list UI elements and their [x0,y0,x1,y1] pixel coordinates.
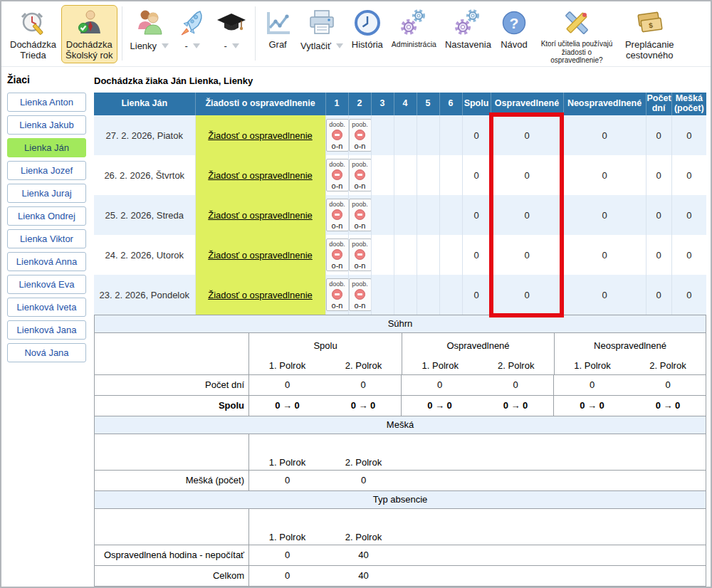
toolbar-plan-select[interactable]: - [174,5,211,54]
lesson-3-cell [371,155,394,195]
summary-row-ospravedlnena-hodina: Ospravedlnená hodina - nepočítať 0 40 [95,545,706,565]
summary-section: Súhrn Spolu 1. Polrok2. Polrok Ospravedl… [94,315,706,587]
lesson-3-cell [371,115,394,155]
sidebar-item-student[interactable]: Lienka Jakub [7,115,86,135]
sidebar-item-student-selected[interactable]: Lienka Ján [7,138,86,157]
lesson-3-cell [371,235,394,275]
summary-value: 0 → 0 [325,396,402,416]
toolbar-class-select[interactable]: Lienky [127,5,173,54]
meska-value: 0 [671,235,706,275]
lesson-6-cell [439,155,462,195]
summary-value: 0 [249,545,325,565]
morning-absence-box[interactable]: doob.o-n [326,238,349,272]
slot-label: doob. [327,121,348,128]
toolbar: Dochádzka Trieda Dochádzka Školský rok [1,1,711,67]
toolbar-vytlacit[interactable]: Vytlačiť [297,5,347,54]
toolbar-navod[interactable]: ? Návod [496,5,532,53]
afternoon-absence-box[interactable]: poob.o-n [349,238,372,272]
no-entry-icon [355,289,365,300]
no-entry-icon [332,289,342,300]
sidebar-item-student[interactable]: Lienková Iveta [7,298,86,317]
sidebar-heading: Žiaci [7,74,93,85]
group-header-rest [402,434,706,470]
lesson-2-cell: poob.o-n [348,235,371,275]
polrok-2-label: 2. Polrok [325,457,402,468]
morning-absence-box[interactable]: doob.o-n [326,119,349,152]
excuse-request-link[interactable]: Žiadosť o ospravedlnenie [208,130,313,141]
sidebar-item-student[interactable]: Lienková Eva [7,275,86,294]
afternoon-absence-box[interactable]: poob.o-n [349,159,372,192]
dropdown-arrow-icon[interactable] [162,43,169,48]
excuse-request-link[interactable]: Žiadosť o ospravedlnenie [208,170,313,181]
neospravedlnene-value: 0 [563,195,646,235]
morning-absence-box[interactable]: doob.o-n [326,278,349,312]
dropdown-arrow-icon[interactable] [336,43,343,48]
toolbar-label: Nastavenia [445,40,491,51]
empty-cell [554,566,630,586]
toolbar-preplacanie-cestovneho[interactable]: $ Preplácanie cestovného [622,5,678,63]
toolbar-label: Graf [268,40,286,51]
lesson-3-cell [371,275,394,315]
morning-absence-box[interactable]: doob.o-n [326,199,349,232]
afternoon-absence-box[interactable]: poob.o-n [349,119,372,152]
dropdown-arrow-icon[interactable] [232,43,239,48]
sidebar-item-student[interactable]: Lienka Juraj [7,184,86,203]
group-header-rest [402,509,706,545]
sidebar-item-student[interactable]: Lienka Ondrej [7,206,86,226]
main-content: Dochádzka žiaka Ján Lienka, Lienky Lienk… [94,73,706,587]
sidebar-item-student[interactable]: Nová Jana [7,343,86,362]
lesson-6-cell [439,115,462,155]
toolbar-ktori-ucitelia[interactable]: Ktorí učitelia používajú žiadosti o ospr… [533,5,620,67]
toolbar-graf[interactable]: Graf [260,5,295,53]
toolbar-label: História [352,40,383,51]
sidebar-item-student[interactable]: Lienka Viktor [7,229,86,248]
lesson-5-cell [417,115,439,155]
lesson-6-cell [439,235,462,275]
toolbar-separator [122,6,122,61]
sidebar-item-student[interactable]: Lienková Anna [7,252,86,271]
toolbar-teacher-select[interactable]: - [212,5,251,54]
lesson-1-cell: doob.o-n [325,275,348,315]
afternoon-absence-box[interactable]: poob.o-n [349,199,372,232]
meska-polrok-group: 1. Polrok2. Polrok [249,434,402,470]
excuse-request-link[interactable]: Žiadosť o ospravedlnenie [208,290,313,300]
slot-status: o-n [327,261,348,271]
lesson-5-cell [417,155,439,195]
lesson-1-cell: doob.o-n [325,195,348,235]
toolbar-nastavenia[interactable]: Nastavenia [441,5,495,53]
slot-status: o-n [350,142,371,151]
sidebar-item-student[interactable]: Lienka Anton [7,93,86,112]
page: Dochádzka Trieda Dochádzka Školský rok [0,0,712,588]
morning-absence-box[interactable]: doob.o-n [326,159,349,192]
summary-row-celkom: Celkom 0 40 [95,565,706,586]
excuse-request-link[interactable]: Žiadosť o ospravedlnenie [208,250,313,261]
summary-value: 0 → 0 [554,396,630,416]
toolbar-separator [255,6,256,61]
toolbar-dochadzka-trieda[interactable]: Dochádzka Trieda [6,5,60,63]
sidebar-item-student[interactable]: Lienková Jana [7,320,86,340]
empty-cell [402,566,478,586]
dropdown-arrow-icon[interactable] [193,43,200,48]
slot-label: doob. [327,201,348,208]
neospravedlnene-value: 0 [563,115,646,155]
no-entry-icon [355,130,365,140]
toolbar-historia[interactable]: História [348,5,387,53]
excuse-request-link[interactable]: Žiadosť o ospravedlnenie [208,210,313,221]
toolbar-dochadzka-skolsky-rok[interactable]: Dochádzka Školský rok [61,5,117,63]
ospravedlnene-value: 0 [491,195,563,235]
afternoon-absence-box[interactable]: poob.o-n [349,278,372,312]
summary-value: 0 [630,375,706,395]
slot-status: o-n [327,301,348,310]
summary-value: 0 [325,471,402,490]
lesson-4-cell [394,195,417,235]
no-entry-icon [332,169,342,180]
polrok-2-label: 2. Polrok [325,360,402,371]
lesson-1-cell: doob.o-n [325,155,348,195]
spolu-value: 0 [462,235,491,275]
history-clock-icon [353,7,382,38]
empty-cell [402,471,478,490]
toolbar-administracia[interactable]: Administrácia [388,5,440,51]
summary-row-meska-pocet: Mešká (počet) 0 0 [95,470,706,490]
summary-value: 0 [249,471,325,490]
sidebar-item-student[interactable]: Lienka Jozef [7,161,86,180]
